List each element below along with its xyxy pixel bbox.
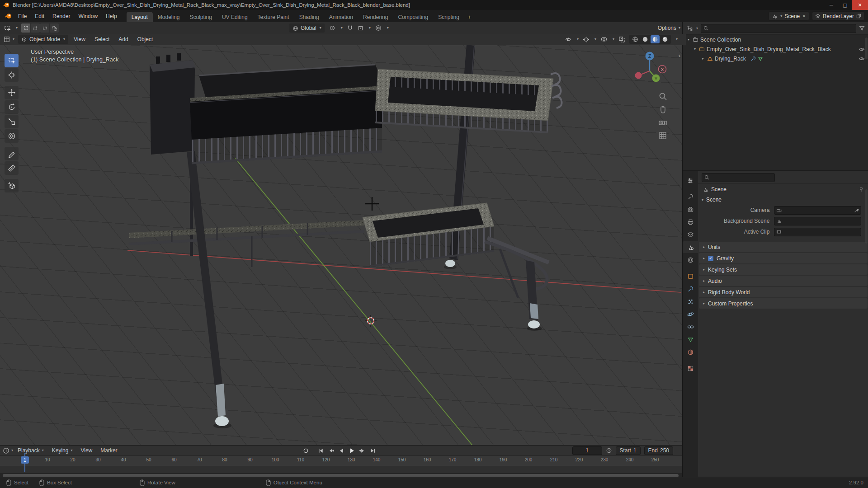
select-mode-subtract[interactable] bbox=[40, 23, 49, 33]
tab-constraints[interactable] bbox=[683, 321, 698, 333]
timeline-keyframe-area[interactable] bbox=[0, 466, 682, 473]
editor-type-icon[interactable] bbox=[4, 36, 10, 42]
zoom-icon[interactable] bbox=[658, 92, 667, 101]
active-clip-field[interactable] bbox=[774, 228, 861, 236]
tab-uv-editing[interactable]: UV Editing bbox=[217, 12, 253, 22]
background-scene-field[interactable] bbox=[774, 217, 861, 225]
camera-view-icon[interactable] bbox=[658, 118, 667, 127]
menu-tl-view[interactable]: View bbox=[77, 447, 96, 454]
tab-animation[interactable]: Animation bbox=[324, 12, 358, 22]
playhead[interactable]: 1 bbox=[21, 456, 29, 464]
disclosure-triangle-icon[interactable]: ▸ bbox=[701, 56, 705, 61]
menu-file[interactable]: File bbox=[14, 13, 31, 19]
scene-section-header[interactable]: ▾ Scene bbox=[698, 195, 868, 205]
tab-texture[interactable] bbox=[683, 362, 698, 374]
play-button[interactable] bbox=[348, 447, 356, 454]
add-workspace-button[interactable]: + bbox=[464, 12, 475, 22]
current-frame-field[interactable]: 1 bbox=[572, 446, 602, 455]
properties-scrollbar[interactable] bbox=[865, 189, 868, 244]
tab-sculpting[interactable]: Sculpting bbox=[185, 12, 217, 22]
tool-move[interactable] bbox=[5, 86, 19, 99]
tab-object-data[interactable] bbox=[683, 333, 698, 345]
maximize-button[interactable]: ▢ bbox=[838, 0, 852, 10]
outliner-editor-icon[interactable] bbox=[686, 25, 693, 32]
panel-units[interactable]: ▸ Units bbox=[699, 242, 868, 252]
gizmos-dropdown[interactable] bbox=[583, 36, 590, 43]
disclosure-triangle-icon[interactable]: ▾ bbox=[693, 47, 697, 51]
menu-marker[interactable]: Marker bbox=[97, 447, 121, 454]
snap-target-dropdown[interactable] bbox=[358, 25, 363, 31]
3d-scene[interactable] bbox=[0, 45, 682, 445]
proportional-editing-dropdown[interactable] bbox=[375, 25, 382, 31]
select-mode-extend[interactable] bbox=[31, 23, 40, 33]
tab-output[interactable] bbox=[683, 216, 698, 228]
menu-render[interactable]: Render bbox=[48, 13, 74, 19]
eyedropper-icon[interactable] bbox=[854, 208, 859, 213]
tab-world[interactable] bbox=[683, 254, 698, 266]
tab-compositing[interactable]: Compositing bbox=[393, 12, 433, 22]
gravity-checkbox[interactable]: ✓ bbox=[708, 256, 713, 261]
next-keyframe-button[interactable] bbox=[359, 447, 366, 454]
navigation-gizmo[interactable]: Z Y X bbox=[630, 49, 670, 89]
tool-add-cube[interactable] bbox=[5, 179, 19, 192]
shading-wireframe-button[interactable] bbox=[631, 35, 640, 43]
ortho-toggle-icon[interactable] bbox=[658, 131, 667, 140]
shading-rendered-button[interactable] bbox=[660, 35, 670, 43]
tab-material[interactable] bbox=[683, 346, 698, 358]
timeline-ruler[interactable]: 1020304050607080901001101201301401501601… bbox=[0, 456, 682, 466]
tab-layout[interactable]: Layout bbox=[127, 12, 153, 22]
shading-solid-button[interactable] bbox=[641, 35, 650, 43]
tab-modeling[interactable]: Modeling bbox=[153, 12, 185, 22]
outliner-row-collection[interactable]: ▾ Empty_Over_Sink_Dish_Drying_Metal_Rack… bbox=[683, 44, 868, 54]
panel-gravity[interactable]: ▸ ✓ Gravity bbox=[699, 253, 868, 263]
tab-modifiers[interactable] bbox=[683, 283, 698, 295]
menu-playback[interactable]: Playback▾ bbox=[14, 447, 47, 454]
menu-object[interactable]: Object bbox=[134, 36, 157, 42]
menu-view[interactable]: View bbox=[70, 36, 89, 42]
jump-to-end-button[interactable] bbox=[369, 447, 377, 454]
panel-audio[interactable]: ▸ Audio bbox=[699, 276, 868, 286]
menu-window[interactable]: Window bbox=[74, 13, 102, 19]
active-tool-icon[interactable] bbox=[4, 24, 11, 32]
object-visibility-dropdown[interactable] bbox=[565, 36, 572, 42]
sidebar-collapse-arrow[interactable]: ‹ bbox=[679, 52, 680, 59]
transform-orientation-dropdown[interactable]: Global ▾ bbox=[289, 23, 325, 33]
auto-key-record-button[interactable] bbox=[302, 447, 310, 454]
jump-to-start-button[interactable] bbox=[317, 447, 325, 454]
xray-toggle[interactable] bbox=[618, 36, 625, 43]
tool-scale[interactable] bbox=[5, 115, 19, 128]
new-view-layer-icon[interactable] bbox=[856, 14, 861, 19]
select-mode-intersect[interactable] bbox=[50, 23, 59, 33]
outliner-row-scene-collection[interactable]: ▾ Scene Collection bbox=[683, 35, 868, 44]
tab-shading[interactable]: Shading bbox=[294, 12, 324, 22]
camera-field[interactable] bbox=[774, 206, 861, 215]
pan-hand-icon[interactable] bbox=[658, 105, 667, 114]
tool-rotate[interactable] bbox=[5, 100, 19, 114]
mode-dropdown[interactable]: Object Mode ▾ bbox=[18, 35, 68, 44]
tool-annotate[interactable] bbox=[5, 147, 19, 160]
menu-help[interactable]: Help bbox=[102, 13, 121, 19]
tab-render[interactable] bbox=[683, 203, 698, 215]
unlink-scene-icon[interactable]: ✕ bbox=[802, 14, 806, 19]
panel-custom-properties[interactable]: ▸ Custom Properties bbox=[699, 298, 868, 309]
close-button[interactable]: ✕ bbox=[852, 0, 868, 10]
properties-search-input[interactable] bbox=[702, 173, 775, 182]
tab-rendering[interactable]: Rendering bbox=[358, 12, 393, 22]
tool-select-box[interactable] bbox=[5, 54, 19, 67]
prev-keyframe-button[interactable] bbox=[327, 447, 335, 454]
3d-viewport[interactable]: User Perspective (1) Scene Collection | … bbox=[0, 45, 682, 445]
frame-end-field[interactable]: End 250 bbox=[644, 446, 673, 455]
options-dropdown[interactable]: Options ▾ bbox=[658, 25, 680, 31]
panel-rigid-body-world[interactable]: ▸ Rigid Body World bbox=[699, 287, 868, 297]
tool-measure[interactable] bbox=[5, 161, 19, 175]
menu-add[interactable]: Add bbox=[115, 36, 132, 42]
tab-texture-paint[interactable]: Texture Paint bbox=[253, 12, 294, 22]
scene-selector[interactable]: ▾ Scene ✕ bbox=[769, 11, 809, 21]
shading-material-preview-button[interactable] bbox=[651, 35, 660, 43]
tool-transform[interactable] bbox=[5, 129, 19, 143]
timeline-editor-icon[interactable] bbox=[3, 447, 9, 454]
eye-visibility-icon[interactable] bbox=[859, 56, 865, 61]
frame-start-field[interactable]: Start 1 bbox=[616, 446, 641, 455]
snap-magnet-toggle[interactable] bbox=[347, 25, 353, 31]
eye-visibility-icon[interactable] bbox=[859, 47, 865, 52]
